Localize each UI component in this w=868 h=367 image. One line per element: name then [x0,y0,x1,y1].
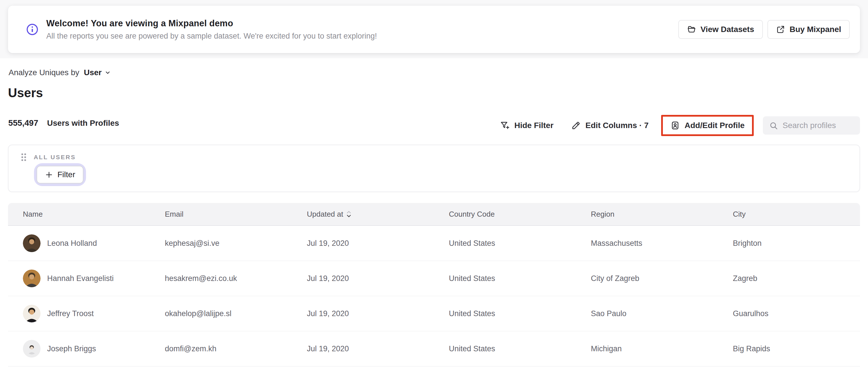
column-header-region[interactable]: Region [576,210,718,219]
analyze-uniques-prefix: Analyze Uniques by [8,68,79,77]
banner-subtitle: All the reports you see are powered by a… [46,32,377,40]
hide-filter-label: Hide Filter [514,121,553,130]
user-name: Leona Holland [47,239,97,248]
avatar-image [23,234,40,252]
add-edit-profile-button[interactable]: Add/Edit Profile [670,121,745,130]
column-header-label: City [733,210,746,219]
search-profiles-input[interactable] [782,121,855,130]
user-region: Massachusetts [576,239,718,248]
annotation-highlight: Add/Edit Profile [661,115,754,136]
table-row[interactable]: Jeffrey Troost okahelop@lalijpe.sl Jul 1… [8,296,860,331]
user-city: Big Rapids [718,344,860,353]
users-table: NameEmailUpdated atCountry CodeRegionCit… [8,203,860,367]
user-email: okahelop@lalijpe.sl [150,309,292,318]
user-updated-at: Jul 19, 2020 [292,239,434,248]
search-profiles-box[interactable] [763,116,860,134]
column-header-country-code[interactable]: Country Code [434,210,576,219]
search-icon [769,121,778,130]
table-toolbar: Hide Filter Edit Columns · 7 Add/Edit Pr… [500,113,860,138]
user-updated-at: Jul 19, 2020 [292,274,434,283]
user-email: domfi@zem.kh [150,344,292,353]
view-datasets-button[interactable]: View Datasets [678,20,763,39]
add-edit-profile-label: Add/Edit Profile [685,121,745,130]
column-header-label: Name [23,210,42,219]
chevron-down-icon[interactable] [104,69,111,76]
avatar [23,234,40,252]
profiles-count-label: Users with Profiles [47,119,119,128]
user-email: hesakrem@ezi.co.uk [150,274,292,283]
user-city: Guarulhos [718,309,860,318]
avatar-image [23,340,40,358]
table-row[interactable]: Joseph Briggs domfi@zem.kh Jul 19, 2020 … [8,331,860,366]
page-title: Users [8,86,43,100]
profiles-count-row: 555,497 Users with Profiles [8,118,119,128]
plus-icon [45,171,53,179]
view-datasets-label: View Datasets [701,25,754,34]
sort-icon[interactable] [346,210,352,218]
user-country-code: United States [434,274,576,283]
column-header-label: Region [591,210,614,219]
user-region: Sao Paulo [576,309,718,318]
add-filter-label: Filter [57,170,75,179]
user-region: City of Zagreb [576,274,718,283]
welcome-banner: Welcome! You are viewing a Mixpanel demo… [8,6,860,53]
column-header-label: Updated at [307,210,343,219]
filter-group-label: ALL USERS [34,154,76,161]
folder-icon [687,25,696,34]
user-email: kephesaj@si.ve [150,239,292,248]
user-name: Joseph Briggs [47,344,96,353]
column-header-label: Email [165,210,183,219]
user-city: Zagreb [718,274,860,283]
avatar [23,305,40,323]
user-region: Michigan [576,344,718,353]
user-country-code: United States [434,239,576,248]
user-country-code: United States [434,344,576,353]
table-row[interactable]: Hannah Evangelisti hesakrem@ezi.co.uk Ju… [8,261,860,296]
buy-mixpanel-label: Buy Mixpanel [790,25,841,34]
add-filter-button[interactable]: Filter [37,166,84,183]
avatar-image [23,270,40,287]
user-updated-at: Jul 19, 2020 [292,309,434,318]
profile-card-icon [670,121,680,130]
external-link-icon [776,25,785,34]
drag-handle-icon[interactable] [20,153,27,162]
column-header-email[interactable]: Email [150,210,292,219]
edit-columns-button[interactable]: Edit Columns · 7 [571,121,649,130]
avatar [23,340,40,358]
info-icon [26,23,39,36]
user-country-code: United States [434,309,576,318]
buy-mixpanel-button[interactable]: Buy Mixpanel [768,20,850,39]
analyze-uniques-control: Analyze Uniques by User [8,68,111,77]
filter-funnel-icon [500,121,510,130]
banner-title: Welcome! You are viewing a Mixpanel demo [46,18,377,29]
table-body: Leona Holland kephesaj@si.ve Jul 19, 202… [8,226,860,366]
user-city: Brighton [718,239,860,248]
avatar [23,270,40,287]
column-header-city[interactable]: City [718,210,860,219]
column-header-name[interactable]: Name [8,210,150,219]
filter-button-focus-ring: Filter [37,166,84,183]
table-header-row: NameEmailUpdated atCountry CodeRegionCit… [8,203,860,226]
avatar-image [23,305,40,323]
user-name: Jeffrey Troost [47,309,94,318]
analyze-uniques-dropdown[interactable]: User [84,68,101,77]
edit-columns-label: Edit Columns · 7 [585,121,649,130]
user-updated-at: Jul 19, 2020 [292,344,434,353]
column-header-label: Country Code [449,210,495,219]
profiles-count: 555,497 [8,118,38,128]
pencil-icon [571,121,581,130]
filter-panel: ALL USERS Filter [8,145,860,192]
column-header-updated-at[interactable]: Updated at [292,210,434,219]
hide-filter-button[interactable]: Hide Filter [500,121,553,130]
table-row[interactable]: Leona Holland kephesaj@si.ve Jul 19, 202… [8,226,860,261]
user-name: Hannah Evangelisti [47,274,114,283]
